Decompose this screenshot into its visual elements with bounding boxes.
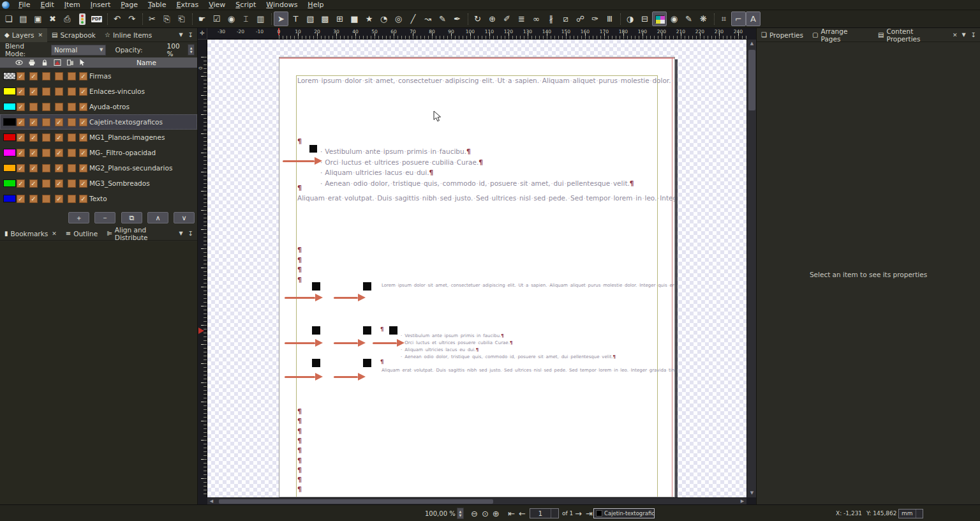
menu-windows[interactable]: Windows xyxy=(261,0,302,10)
vertical-ruler[interactable]: 0 xyxy=(198,40,207,497)
vertical-scrollbar[interactable]: ▲ ▼ xyxy=(746,40,756,497)
layer-visible-checkbox[interactable]: ✓ xyxy=(17,195,25,203)
layer-flow-checkbox[interactable] xyxy=(68,149,76,157)
layer-print-checkbox[interactable]: ✓ xyxy=(29,164,38,172)
eye-dropper-button[interactable]: ✑ xyxy=(588,11,602,26)
layer-select-checkbox[interactable]: ✓ xyxy=(79,133,87,142)
layer-print-checkbox[interactable]: ✓ xyxy=(29,149,38,157)
snap-to-items-button[interactable]: A xyxy=(746,11,761,26)
layer-color-swatch[interactable] xyxy=(3,164,16,172)
duplicate-layer-button[interactable]: ⧉ xyxy=(121,212,142,223)
vertical-scrollbar-thumb[interactable] xyxy=(748,50,755,110)
ruler-origin-button[interactable]: ✛ xyxy=(198,28,207,40)
layer-row-MG2_Planos-secundarios[interactable]: ✓✓✓✓MG2_Planos-secundarios xyxy=(0,160,197,176)
pdf-radio-button-button[interactable]: ◉ xyxy=(224,11,239,26)
layer-row-MG3_Sombreados[interactable]: ✓✓✓✓MG3_Sombreados xyxy=(0,176,197,191)
layer-visible-checkbox[interactable]: ✓ xyxy=(17,179,25,188)
layer-name[interactable]: Texto xyxy=(89,195,107,202)
copy-button[interactable]: ⎘ xyxy=(160,11,174,26)
layer-wireframe-checkbox[interactable]: ✓ xyxy=(55,195,63,203)
horizontal-scrollbar[interactable]: ◀ ▶ xyxy=(207,497,746,504)
add-layer-button[interactable]: ＋ xyxy=(68,212,89,223)
barcode-button[interactable]: Ⅲ xyxy=(602,11,617,26)
copy-item-properties-button[interactable]: ☍ xyxy=(573,11,588,26)
open-document-button[interactable]: ▤ xyxy=(16,11,31,26)
preview-mode-button[interactable]: ◉ xyxy=(667,11,681,26)
tab-arrange-pages[interactable]: ▢ Arrange Pages xyxy=(808,28,873,42)
layer-flow-checkbox[interactable] xyxy=(68,164,76,172)
layer-print-checkbox[interactable]: ✓ xyxy=(29,195,38,203)
toggle-color-management-button[interactable]: ◑ xyxy=(623,11,637,26)
layer-flow-checkbox[interactable] xyxy=(68,118,76,126)
layer-name[interactable]: Ayuda-otros xyxy=(89,103,130,110)
scroll-down-icon[interactable]: ▼ xyxy=(747,489,757,497)
layer-lock-checkbox[interactable] xyxy=(42,118,50,126)
zoom-out-button[interactable]: ⊖ xyxy=(469,509,480,518)
layer-visible-checkbox[interactable]: ✓ xyxy=(17,72,25,80)
layer-color-swatch[interactable] xyxy=(3,118,16,126)
tab-content-properties[interactable]: ▤ Content Properties ✕ xyxy=(873,28,961,42)
layer-visible-checkbox[interactable]: ✓ xyxy=(17,164,25,172)
layer-name[interactable]: MG1_Planos-imagenes xyxy=(89,133,165,141)
layer-row-Firmas[interactable]: ✓✓✓Firmas xyxy=(0,68,197,84)
tab-layers[interactable]: ◆ Layers ✕ xyxy=(0,28,47,42)
zoom-level-value[interactable]: 100,00 % xyxy=(425,505,456,521)
menu-help[interactable]: Help xyxy=(302,0,329,10)
insert-polygon-button[interactable]: ★ xyxy=(362,11,376,26)
canvas-background[interactable]: Lorem·ipsum·dolor·sit·amet,·consectetuer… xyxy=(207,40,746,497)
layer-select-checkbox[interactable]: ✓ xyxy=(79,164,87,172)
first-page-button[interactable]: ⇤ xyxy=(506,509,517,518)
measurements-button[interactable]: ⧄ xyxy=(558,11,573,26)
menu-view[interactable]: View xyxy=(204,0,230,10)
layer-wireframe-checkbox[interactable]: ✓ xyxy=(55,133,63,142)
zoom-in-button[interactable]: ⊕ xyxy=(491,509,501,518)
close-content-properties-tab-icon[interactable]: ✕ xyxy=(953,32,958,38)
horizontal-scrollbar-thumb[interactable] xyxy=(219,499,493,504)
scroll-up-icon[interactable]: ▲ xyxy=(747,40,757,48)
pin-icon[interactable]: ↧ xyxy=(188,31,193,38)
cut-button[interactable]: ✂ xyxy=(145,11,160,26)
redo-button[interactable]: ↷ xyxy=(124,11,139,26)
menu-page[interactable]: Page xyxy=(115,0,143,10)
raise-layer-button[interactable]: ∧ xyxy=(147,212,168,223)
tab-align-distribute[interactable]: ⊫ Align and Distribute xyxy=(102,227,179,241)
layer-wireframe-checkbox[interactable] xyxy=(55,103,63,111)
layer-lock-checkbox[interactable] xyxy=(42,195,50,203)
layer-visible-checkbox[interactable]: ✓ xyxy=(17,87,25,96)
layer-row-Enlaces-vinculos[interactable]: ✓✓✓Enlaces-vinculos xyxy=(0,84,197,99)
layer-wireframe-checkbox[interactable]: ✓ xyxy=(55,118,63,126)
chevron-down-icon[interactable]: ▼ xyxy=(961,32,965,38)
story-editor-button[interactable]: ≣ xyxy=(514,11,529,26)
lower-layer-button[interactable]: ∨ xyxy=(174,212,195,223)
blend-mode-select[interactable]: Normal ▼ xyxy=(51,45,106,56)
opacity-input[interactable]: 100 % xyxy=(167,42,188,57)
new-document-button[interactable]: ❏ xyxy=(1,11,16,26)
layer-name[interactable]: MG-_Filtro-opacidad xyxy=(89,149,156,156)
previous-page-button[interactable]: ← xyxy=(517,509,528,518)
layer-color-swatch[interactable] xyxy=(3,87,16,95)
layer-flow-checkbox[interactable] xyxy=(68,133,76,142)
remove-layer-button[interactable]: － xyxy=(94,212,115,223)
menu-extras[interactable]: Extras xyxy=(171,0,204,10)
menu-insert[interactable]: Insert xyxy=(85,0,116,10)
layer-flow-checkbox[interactable] xyxy=(68,87,76,96)
layer-color-swatch[interactable] xyxy=(3,179,16,187)
layer-select-checkbox[interactable]: ✓ xyxy=(79,87,87,96)
layer-select-checkbox[interactable]: ✓ xyxy=(79,118,87,126)
layer-print-checkbox[interactable]: ✓ xyxy=(29,118,38,126)
layer-select-checkbox[interactable]: ✓ xyxy=(79,195,87,203)
insert-table-button[interactable]: ⊞ xyxy=(332,11,347,26)
select-item-button[interactable]: ➤ xyxy=(274,11,288,26)
layer-print-checkbox[interactable]: ✓ xyxy=(29,72,38,80)
save-document-button[interactable]: ▣ xyxy=(31,11,45,26)
layer-flow-checkbox[interactable] xyxy=(68,72,76,80)
document-page[interactable]: Lorem·ipsum·dolor·sit·amet,·consectetuer… xyxy=(279,57,675,497)
page-number-input[interactable]: 1 xyxy=(530,508,559,518)
layer-flow-checkbox[interactable] xyxy=(68,195,76,203)
insert-shape-button[interactable]: ■ xyxy=(347,11,362,26)
chevron-down-icon[interactable]: ▼ xyxy=(179,32,182,38)
layer-name[interactable]: Cajetin-textosgraficos xyxy=(89,118,163,126)
paste-button[interactable]: ⎗ xyxy=(174,11,189,26)
tab-properties[interactable]: ❏ Properties xyxy=(757,28,808,42)
preflight-verifier-button[interactable] xyxy=(75,11,89,26)
